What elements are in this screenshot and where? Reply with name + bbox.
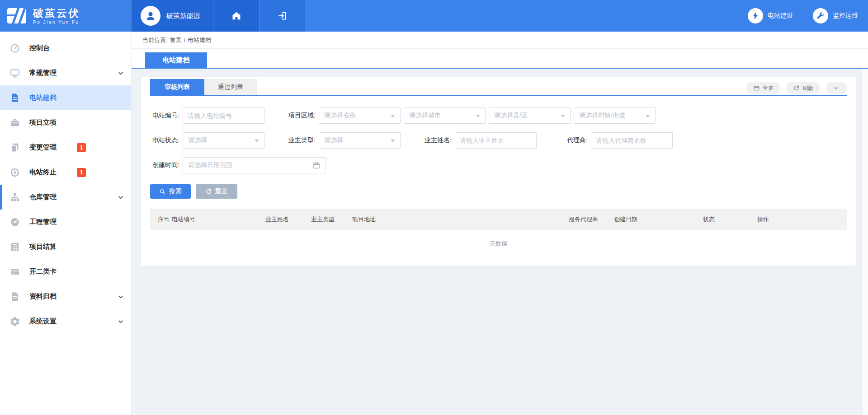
brand-logo-icon	[7, 7, 28, 25]
sidebar-item-change-mgmt[interactable]: 变更管理 1	[0, 135, 131, 160]
home-button[interactable]	[213, 0, 259, 32]
refresh-button[interactable]: 刷新	[786, 82, 820, 94]
brand-text: 破茧云伏 Po Jian Yun Fu	[33, 7, 80, 25]
collapse-button[interactable]	[826, 82, 847, 94]
reset-button[interactable]: 重置	[196, 184, 237, 199]
tab-review-list[interactable]: 审核列表	[150, 79, 204, 95]
sidebar-item-console[interactable]: 控制台	[0, 36, 131, 61]
station-no-input[interactable]	[183, 107, 264, 124]
calculator-icon	[9, 242, 20, 252]
sidebar-item-label: 工程管理	[29, 218, 77, 226]
refresh-icon	[793, 85, 800, 92]
county-placeholder: 请选择县/区	[494, 112, 528, 120]
sidebar-item-label: 项目结算	[29, 242, 77, 251]
owner-type-select[interactable]: 请选择	[319, 132, 401, 149]
brand-logo: 破茧云伏 Po Jian Yun Fu	[0, 0, 132, 32]
caret-down-icon	[561, 115, 565, 117]
wrench-icon	[813, 8, 828, 23]
col-create-date: 创建日期	[614, 215, 703, 224]
town-placeholder: 请选择村镇/街道	[579, 112, 625, 120]
page-body: 控制台 常规管理 电站建档 项	[0, 32, 868, 415]
reset-label: 重置	[215, 187, 228, 196]
notification-badge: 1	[77, 143, 86, 152]
col-service-agent: 服务代理商	[569, 215, 614, 224]
reset-icon	[205, 188, 212, 195]
city-select[interactable]: 请选择城市	[404, 107, 486, 124]
search-icon	[159, 188, 166, 195]
col-index: 序号	[158, 215, 172, 224]
col-project-address: 项目地址	[352, 215, 569, 224]
sidebar-item-label: 电站终止	[29, 168, 77, 177]
header-right-nav: 电站建设 监控运维	[305, 0, 868, 32]
notification-badge: 1	[77, 168, 86, 177]
date-range-picker[interactable]: 请选择日期范围	[183, 157, 326, 173]
col-owner-name: 业主姓名	[265, 215, 311, 224]
main-area: 当前位置: 首页 / 电站建档 电站建档 审核列表 通过列表	[132, 32, 868, 415]
refresh-label: 刷新	[802, 84, 813, 92]
sidebar-item-open-type2-card[interactable]: 开二类卡	[0, 259, 131, 284]
date-range-placeholder: 请选择日期范围	[188, 161, 232, 169]
chevron-down-icon	[117, 70, 124, 77]
sidebar-item-station-termination[interactable]: 电站终止 1	[0, 160, 131, 185]
sidebar-item-engineering-mgmt[interactable]: 工程管理	[0, 210, 131, 234]
gear-icon	[9, 316, 20, 327]
owner-name-input[interactable]	[455, 132, 537, 149]
sidebar-item-data-archive[interactable]: 资料归档	[0, 284, 131, 309]
calendar-icon	[312, 161, 321, 169]
fullscreen-button[interactable]: 全屏	[746, 82, 780, 94]
sidebar-item-project-settlement[interactable]: 项目结算	[0, 234, 131, 259]
brand-subtitle: Po Jian Yun Fu	[33, 20, 80, 25]
empty-state-text: 无数据	[150, 230, 847, 258]
col-status: 状态	[703, 215, 757, 224]
dashboard-icon	[9, 43, 20, 54]
content-area: 审核列表 通过列表 全屏	[132, 69, 868, 415]
station-no-label: 电站编号:	[150, 112, 179, 120]
chevron-down-icon	[117, 318, 124, 325]
county-select[interactable]: 请选择县/区	[489, 107, 571, 124]
breadcrumb-current: 电站建档	[188, 36, 211, 44]
scrollbar-track[interactable]	[862, 69, 868, 415]
caret-down-icon	[255, 140, 259, 142]
file-icon	[9, 291, 20, 302]
nav-monitoring-ops[interactable]: 监控运维	[813, 8, 858, 23]
tab-passed-list[interactable]: 通过列表	[204, 79, 257, 95]
sidebar-item-station-filing[interactable]: 电站建档	[0, 85, 131, 110]
user-menu[interactable]: 破茧新能源	[132, 0, 213, 32]
station-status-select[interactable]: 请选择	[183, 132, 264, 149]
search-label: 搜索	[169, 187, 182, 196]
page-tab-station-filing[interactable]: 电站建档	[145, 52, 207, 68]
chevron-down-icon	[117, 194, 124, 201]
table-header: 序号 电站编号 业主姓名 业主类型 项目地址 服务代理商 创建日期 状态 操作	[150, 209, 847, 230]
breadcrumb-prefix: 当前位置:	[142, 36, 168, 44]
station-status-label: 电站状态:	[150, 136, 179, 145]
logout-button[interactable]	[259, 0, 305, 32]
nav-label: 电站建设	[768, 12, 793, 20]
filter-actions: 搜索 重置	[150, 184, 847, 199]
page-tabstrip: 电站建档	[132, 49, 868, 69]
col-actions: 操作	[757, 215, 847, 224]
sidebar-item-general-mgmt[interactable]: 常规管理	[0, 61, 131, 85]
sidebar-item-project-initiation[interactable]: 项目立项	[0, 110, 131, 135]
province-select[interactable]: 请选择省份	[319, 107, 401, 124]
sidebar-item-label: 开二类卡	[29, 267, 77, 276]
sidebar-item-label: 控制台	[29, 44, 77, 52]
nav-station-construction[interactable]: 电站建设	[748, 8, 793, 23]
caret-down-icon	[391, 140, 395, 142]
agent-label: 代理商:	[558, 136, 588, 145]
sidebar-item-label: 系统设置	[29, 317, 77, 326]
brand-title: 破茧云伏	[33, 7, 80, 19]
caret-down-icon	[646, 115, 650, 117]
breadcrumb-home-link[interactable]: 首页	[170, 36, 182, 44]
filter-form: 电站编号: 项目区域: 请选择省份 请选择城市	[150, 107, 847, 173]
sidebar-item-warehouse-mgmt[interactable]: 仓库管理	[0, 185, 131, 210]
search-button[interactable]: 搜索	[150, 184, 191, 199]
town-select[interactable]: 请选择村镇/街道	[574, 107, 656, 124]
lightning-icon	[748, 8, 763, 23]
caret-down-icon	[476, 115, 480, 117]
agent-input[interactable]	[591, 132, 673, 149]
col-owner-type: 业主类型	[311, 215, 352, 224]
copy-icon	[9, 142, 20, 153]
province-placeholder: 请选择省份	[324, 112, 356, 120]
sidebar-item-system-settings[interactable]: 系统设置	[0, 309, 131, 334]
filter-row-1: 电站编号: 项目区域: 请选择省份 请选择城市	[150, 107, 847, 124]
